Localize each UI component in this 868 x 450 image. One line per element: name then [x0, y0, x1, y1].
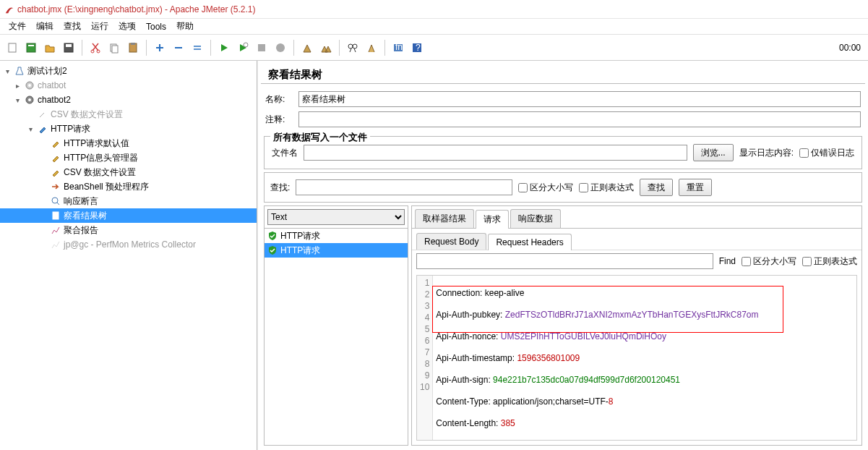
tree-assertion[interactable]: 响应断言: [0, 194, 257, 208]
svg-rect-10: [131, 43, 135, 45]
wrench-icon: [50, 152, 61, 164]
reset-search-icon[interactable]: [364, 40, 379, 56]
search-input[interactable]: [296, 179, 512, 195]
tree-header-manager[interactable]: HTTP信息头管理器: [0, 150, 257, 165]
title-bar: chatbot.jmx (E:\xingneng\chatbot.jmx) - …: [0, 0, 868, 19]
svg-point-21: [28, 84, 31, 87]
find-regex-checkbox[interactable]: 正则表达式: [802, 255, 857, 268]
result-item[interactable]: HTTP请求: [265, 243, 408, 258]
expand-icon[interactable]: [152, 40, 168, 56]
svg-rect-2: [28, 45, 34, 46]
chart-icon: [50, 239, 61, 250]
svg-text:fn: fn: [395, 42, 403, 52]
headers-code[interactable]: 12345678910 Connection: keep-alive Api-A…: [416, 275, 857, 441]
file-output-group: 所有数据写入一个文件 文件名 浏览... 显示日志内容: 仅错误日志: [264, 136, 862, 169]
panel-title: 察看结果树: [268, 68, 858, 82]
pipette-icon: [37, 123, 48, 135]
open-icon[interactable]: [42, 40, 58, 56]
menu-file[interactable]: 文件: [4, 19, 30, 34]
wrench-icon: [37, 109, 48, 120]
results-left-panel: Text HTTP请求 HTTP请求: [264, 205, 408, 446]
tab-sampler-result[interactable]: 取样器结果: [415, 209, 474, 228]
svg-rect-25: [53, 212, 59, 219]
window-title: chatbot.jmx (E:\xingneng\chatbot.jmx) - …: [17, 4, 255, 14]
tree-csv2[interactable]: CSV 数据文件设置: [0, 165, 257, 179]
shutdown-icon[interactable]: [272, 40, 288, 56]
save-icon[interactable]: [61, 40, 77, 56]
tree-http-request[interactable]: ▾HTTP请求: [0, 122, 257, 136]
templates-icon[interactable]: [23, 40, 39, 56]
wrench-icon: [50, 137, 61, 149]
only-error-checkbox[interactable]: 仅错误日志: [799, 147, 854, 159]
run-no-timer-icon[interactable]: [235, 40, 251, 56]
browse-button[interactable]: 浏览...: [693, 144, 734, 161]
tree-aggregate[interactable]: 聚合报告: [0, 223, 257, 237]
reset-button[interactable]: 重置: [679, 179, 712, 196]
find-case-checkbox[interactable]: 区分大小写: [742, 255, 796, 268]
find-label: Find: [719, 256, 736, 266]
wrench-icon: [50, 166, 61, 178]
comment-input[interactable]: [298, 111, 861, 127]
name-input[interactable]: [298, 91, 861, 107]
renderer-select[interactable]: Text: [267, 209, 405, 225]
run-icon[interactable]: [216, 40, 232, 56]
tree-root[interactable]: ▾测试计划2: [0, 64, 257, 78]
tree-perfmon[interactable]: jp@gc - PerfMon Metrics Collector: [0, 237, 257, 252]
copy-icon[interactable]: [106, 40, 122, 56]
line-gutter: 12345678910: [417, 276, 433, 440]
search-icon[interactable]: [345, 40, 361, 56]
collapse-icon[interactable]: [171, 40, 186, 56]
arrow-icon: [50, 181, 61, 192]
menu-search[interactable]: 查找: [59, 19, 85, 34]
svg-text:?: ?: [416, 43, 421, 53]
results-detail-panel: 取样器结果 请求 响应数据 Request Body Request Heade…: [411, 205, 862, 446]
svg-point-15: [353, 44, 357, 48]
svg-rect-12: [258, 44, 265, 51]
tree-beanshell[interactable]: BeanShell 预处理程序: [0, 179, 257, 194]
tree-http-defaults[interactable]: HTTP请求默认值: [0, 136, 257, 150]
menu-edit[interactable]: 编辑: [32, 19, 58, 34]
svg-point-24: [52, 198, 58, 203]
svg-point-11: [244, 43, 248, 47]
regex-checkbox[interactable]: 正则表达式: [579, 182, 634, 194]
filename-input[interactable]: [304, 145, 687, 161]
clear-icon[interactable]: [299, 40, 315, 56]
elapsed-time: 00:00: [839, 43, 864, 53]
flask-icon: [14, 65, 25, 77]
cut-icon[interactable]: [87, 40, 103, 56]
result-item[interactable]: HTTP请求: [265, 229, 408, 243]
toggle-icon[interactable]: [189, 40, 205, 56]
results-list[interactable]: HTTP请求 HTTP请求: [265, 228, 408, 445]
find-input[interactable]: [416, 253, 713, 269]
case-checkbox[interactable]: 区分大小写: [518, 182, 573, 194]
name-label: 名称:: [265, 93, 294, 106]
tree-chatbot2[interactable]: ▾chatbot2: [0, 93, 257, 107]
search-button[interactable]: 查找: [640, 179, 673, 196]
tab-request[interactable]: 请求: [476, 210, 509, 229]
tree-view-results[interactable]: 察看结果树: [0, 208, 257, 223]
new-icon[interactable]: [4, 40, 20, 56]
svg-rect-0: [9, 43, 16, 52]
subtab-request-body[interactable]: Request Body: [416, 233, 486, 250]
help-icon[interactable]: ?: [409, 40, 425, 56]
paste-icon[interactable]: [125, 40, 141, 56]
code-content[interactable]: Connection: keep-alive Api-Auth-pubkey: …: [433, 276, 856, 440]
menu-run[interactable]: 运行: [87, 19, 113, 34]
tree-csv1[interactable]: CSV 数据文件设置: [0, 107, 257, 122]
stop-icon[interactable]: [254, 40, 270, 56]
test-plan-tree[interactable]: ▾测试计划2 ▸chatbot ▾chatbot2 CSV 数据文件设置 ▾HT…: [0, 61, 257, 450]
jmeter-icon: [4, 4, 14, 14]
log-content-label: 显示日志内容:: [739, 147, 794, 159]
menu-options[interactable]: 选项: [114, 19, 140, 34]
tab-response[interactable]: 响应数据: [510, 209, 561, 228]
success-icon: [267, 231, 278, 241]
menu-tools[interactable]: Tools: [142, 20, 171, 33]
clear-all-icon[interactable]: [318, 40, 334, 56]
magnifier-icon: [50, 195, 61, 207]
function-icon[interactable]: fn: [390, 40, 406, 56]
tree-chatbot[interactable]: ▸chatbot: [0, 78, 257, 93]
svg-rect-4: [66, 44, 72, 47]
menu-help[interactable]: 帮助: [172, 19, 198, 34]
subtab-request-headers[interactable]: Request Headers: [488, 234, 571, 250]
menu-bar: 文件 编辑 查找 运行 选项 Tools 帮助: [0, 19, 868, 35]
